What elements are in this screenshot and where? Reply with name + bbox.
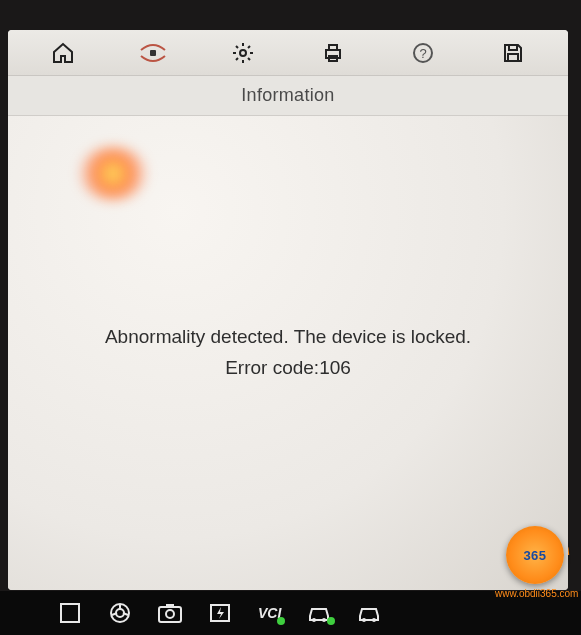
error-line-2: Error code:106 — [105, 355, 471, 382]
chrome-icon — [108, 601, 132, 625]
app-window: ? Information Abnormality detected. The … — [8, 30, 568, 590]
title-text: Information — [241, 85, 334, 106]
vehicle-button-1[interactable] — [305, 599, 333, 627]
connection-button[interactable] — [139, 39, 167, 67]
watermark-gear-icon: 365 — [506, 526, 564, 584]
content-area: Abnormality detected. The device is lock… — [8, 116, 568, 590]
camera-button[interactable] — [156, 599, 184, 627]
vehicle-status-dot — [327, 617, 335, 625]
svg-point-16 — [312, 618, 316, 622]
svg-point-1 — [240, 50, 246, 56]
svg-point-13 — [166, 610, 174, 618]
svg-point-18 — [362, 618, 366, 622]
svg-rect-9 — [61, 604, 79, 622]
error-line-1: Abnormality detected. The device is lock… — [105, 324, 471, 351]
vehicle-button-2[interactable] — [355, 599, 383, 627]
save-icon — [501, 41, 525, 65]
error-message: Abnormality detected. The device is lock… — [105, 324, 471, 381]
svg-rect-3 — [329, 45, 337, 50]
svg-rect-0 — [150, 50, 156, 56]
svg-rect-7 — [509, 45, 517, 50]
svg-rect-8 — [508, 54, 518, 61]
browser-button[interactable] — [106, 599, 134, 627]
title-bar: Information — [8, 76, 568, 116]
save-button[interactable] — [499, 39, 527, 67]
vci-status-dot — [277, 617, 285, 625]
svg-point-19 — [372, 618, 376, 622]
settings-button[interactable] — [229, 39, 257, 67]
system-nav-bar: VCI — [0, 591, 581, 635]
apps-icon — [59, 602, 81, 624]
watermark: 365 www.obdii365.com — [495, 526, 575, 599]
vci-button[interactable]: VCI — [256, 599, 283, 627]
svg-text:?: ? — [419, 46, 426, 61]
connection-icon — [139, 42, 167, 64]
svg-point-17 — [322, 618, 326, 622]
gear-icon — [231, 41, 255, 65]
flash-button[interactable] — [206, 599, 234, 627]
home-icon — [51, 41, 75, 65]
camera-icon — [157, 602, 183, 624]
recent-apps-button[interactable] — [56, 599, 84, 627]
help-button[interactable]: ? — [409, 39, 437, 67]
camera-glare — [78, 146, 148, 201]
car-icon — [356, 602, 382, 624]
svg-point-11 — [116, 609, 124, 617]
print-button[interactable] — [319, 39, 347, 67]
watermark-url: www.obdii365.com — [495, 588, 575, 599]
printer-icon — [321, 41, 345, 65]
svg-rect-14 — [166, 604, 174, 608]
flash-icon — [208, 601, 232, 625]
help-icon: ? — [411, 41, 435, 65]
home-button[interactable] — [49, 39, 77, 67]
watermark-logo-text: 365 — [506, 526, 564, 584]
top-toolbar: ? — [8, 30, 568, 76]
